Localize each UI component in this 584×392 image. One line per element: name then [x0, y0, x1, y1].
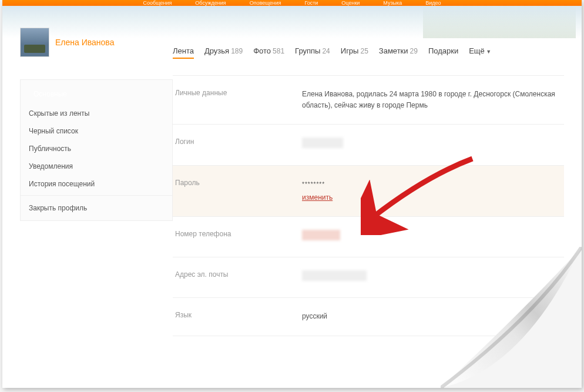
- redacted-value: [302, 270, 367, 281]
- sidebar-group-main: Основные Скрытые из ленты Черный список …: [21, 80, 172, 196]
- row-value: [302, 230, 564, 244]
- tab-groups[interactable]: Группы24: [295, 46, 330, 59]
- tab-photos[interactable]: Фото581: [253, 46, 284, 59]
- main-area: Елена Иванова Основные Скрытые из ленты …: [2, 38, 582, 336]
- sidebar-item-visit-history[interactable]: История посещений: [21, 175, 172, 193]
- settings-sidebar: Основные Скрытые из ленты Черный список …: [20, 79, 173, 221]
- tab-label: Группы: [295, 46, 320, 55]
- topnav-item[interactable]: Оповещения: [250, 0, 281, 6]
- profile-header: Елена Иванова: [20, 28, 173, 57]
- row-label: Адрес эл. почты: [173, 270, 302, 284]
- tab-count: 189: [231, 47, 243, 55]
- tab-count: 581: [273, 47, 284, 55]
- topnav-item[interactable]: Видео: [425, 0, 441, 6]
- redacted-value: [302, 138, 343, 148]
- settings-rows: Личные данные Елена Иванова, родилась 24…: [173, 75, 564, 336]
- row-login[interactable]: Логин: [173, 125, 564, 165]
- row-label: Язык: [173, 311, 302, 322]
- topnav-item[interactable]: Музыка: [383, 0, 402, 6]
- row-label: Пароль: [173, 179, 302, 203]
- avatar[interactable]: [20, 28, 49, 57]
- tab-label: Подарки: [428, 46, 458, 55]
- topnav-item[interactable]: Сообщения: [143, 0, 172, 6]
- sidebar-item-blacklist[interactable]: Черный список: [21, 122, 172, 140]
- redacted-value: [302, 230, 340, 240]
- row-personal-data[interactable]: Личные данные Елена Иванова, родилась 24…: [173, 76, 564, 125]
- tab-notes[interactable]: Заметки29: [379, 46, 418, 59]
- tab-label: Игры: [341, 46, 359, 55]
- sidebar-group-close: Закрыть профиль: [21, 196, 172, 221]
- sidebar-item-publicity[interactable]: Публичность: [21, 140, 172, 158]
- content-column: Лента Друзья189 Фото581 Группы24 Игры25 …: [173, 44, 582, 336]
- sidebar-item-hidden-feed[interactable]: Скрытые из ленты: [21, 105, 172, 122]
- row-language[interactable]: Язык русский: [173, 298, 564, 336]
- row-label: Логин: [173, 138, 302, 152]
- topnav-item[interactable]: Гости: [304, 0, 318, 6]
- profile-username[interactable]: Елена Иванова: [55, 38, 114, 47]
- tab-friends[interactable]: Друзья189: [204, 46, 243, 59]
- row-value: [302, 138, 564, 152]
- tab-label: Фото: [253, 46, 271, 55]
- tab-count: 29: [410, 47, 418, 55]
- topnav-item[interactable]: Обсуждения: [195, 0, 226, 6]
- tab-label: Заметки: [379, 46, 408, 55]
- page: Сообщения Обсуждения Оповещения Гости Оц…: [2, 0, 582, 388]
- row-value: Елена Иванова, родилась 24 марта 1980 в …: [302, 89, 564, 111]
- change-password-link[interactable]: изменить: [302, 192, 333, 203]
- sidebar-item-notifications[interactable]: Уведомления: [21, 158, 172, 175]
- row-phone[interactable]: Номер телефона: [173, 217, 564, 257]
- row-label: Личные данные: [173, 89, 302, 111]
- password-mask: ********: [302, 181, 325, 187]
- row-label: Номер телефона: [173, 230, 302, 244]
- tab-label: Ещё: [469, 46, 485, 55]
- row-value: русский: [302, 311, 564, 322]
- tab-games[interactable]: Игры25: [341, 46, 368, 59]
- tab-feed[interactable]: Лента: [173, 46, 194, 59]
- row-value: [302, 270, 564, 284]
- tab-label: Лента: [173, 46, 194, 55]
- tab-count: 24: [322, 47, 330, 55]
- row-email[interactable]: Адрес эл. почты: [173, 257, 564, 298]
- profile-tabs: Лента Друзья189 Фото581 Группы24 Игры25 …: [173, 44, 564, 59]
- row-value: ******** изменить: [302, 179, 564, 203]
- tab-more[interactable]: Ещё: [469, 46, 491, 59]
- sidebar-item-basic[interactable]: Основные: [26, 87, 74, 101]
- top-navbar: Сообщения Обсуждения Оповещения Гости Оц…: [2, 0, 582, 6]
- tab-count: 25: [360, 47, 368, 55]
- row-password[interactable]: Пароль ******** изменить: [173, 166, 564, 217]
- topnav-item[interactable]: Оценки: [341, 0, 360, 6]
- sidebar-item-close-profile[interactable]: Закрыть профиль: [21, 199, 172, 217]
- tab-gifts[interactable]: Подарки: [428, 46, 458, 59]
- tab-label: Друзья: [204, 46, 229, 55]
- left-column: Елена Иванова Основные Скрытые из ленты …: [2, 44, 173, 336]
